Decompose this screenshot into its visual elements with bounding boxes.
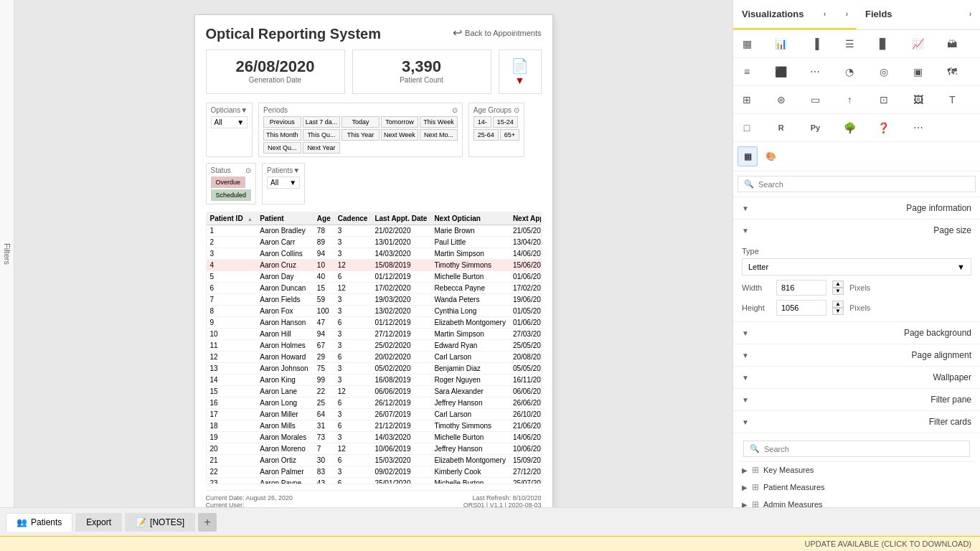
table-row[interactable]: 19Aaron Morales73314/03/2020Michelle Bur… [207,432,542,443]
opticians-select[interactable]: All ▼ [211,116,248,128]
table-row[interactable]: 16Aaron Long25626/12/2019Jeffrey Hanson2… [207,397,542,409]
filter-pane-header[interactable]: ▼ Filter pane [733,389,980,410]
tab-visualizations[interactable]: Visualizations ‹ › [733,0,857,29]
format-icon-table-active[interactable]: ▦ [738,146,758,166]
format-icon-paint[interactable]: 🎨 [760,146,781,166]
period-btn-previous[interactable]: Previous [263,116,301,128]
page-alignment-header[interactable]: ▼ Page alignment [733,344,980,366]
viz-icon-image[interactable]: 🖼 [909,90,928,109]
height-input[interactable] [776,300,826,316]
viz-icon-qna[interactable]: ❓ [875,118,893,137]
viz-icon-100bar[interactable]: ▊ [875,34,893,53]
table-row[interactable]: 14Aaron King99316/08/2019Roger Nguyen16/… [207,375,542,386]
type-dropdown[interactable]: Letter ▼ [742,258,971,276]
fields-search-wrapper[interactable]: 🔍 [743,441,970,457]
table-row[interactable]: 21Aaron Ortiz30615/03/2020Elizabeth Mont… [207,455,542,466]
period-btn-thismonth[interactable]: This Month [263,129,301,141]
table-row[interactable]: 8Aaron Fox100313/02/2020Cynthia Long01/0… [207,306,542,317]
table-row[interactable]: 18Aaron Mills31621/12/2019Timothy Simmon… [207,420,542,432]
field-group-header[interactable]: ▶ ⊞ Admin Measures [739,496,974,507]
tab-fields[interactable]: Fields › [857,0,980,29]
table-row[interactable]: 17Aaron Miller64326/07/2019Carl Larson26… [207,409,542,420]
viz-icon-python[interactable]: Py [806,118,824,137]
table-row[interactable]: 22Aaron Palmer83309/02/2019Kimberly Cook… [207,466,542,478]
age-btn-25-64[interactable]: 25-64 [473,129,499,141]
viz-icon-text[interactable]: T [943,90,961,109]
viz-icon-bar[interactable]: 📊 [772,34,791,53]
viz-icon-treemap[interactable]: ▣ [909,62,928,81]
add-tab-button[interactable]: + [198,513,217,532]
viz-icon-area[interactable]: 🏔 [943,34,961,53]
tab-export[interactable]: Export [75,513,122,532]
table-row[interactable]: 4Aaron Cruz101215/08/2019Timothy Simmons… [207,260,542,271]
patients-select[interactable]: All ▼ [267,176,300,189]
filter-cards-header[interactable]: ▼ Filter cards [733,411,980,433]
period-btn-thisqu[interactable]: This Qu... [303,129,341,141]
period-btn-thisyear[interactable]: This Year [341,129,380,141]
col-next-appt[interactable]: Next Appt. Date [509,212,542,225]
period-btn-last7[interactable]: Last 7 da... [303,116,341,128]
age-btn-under14[interactable]: 14- [473,116,491,128]
update-bar[interactable]: UPDATE AVAILABLE (CLICK TO DOWNLOAD) [0,536,980,551]
col-age[interactable]: Age [314,212,334,225]
viz-icon-r-script[interactable]: R [772,118,791,137]
col-next-optician[interactable]: Next Optician [430,212,509,225]
viz-icon-more[interactable]: ⋯ [909,118,928,137]
page-information-header[interactable]: ▼ Page information [733,197,980,219]
viz-search-input-wrapper[interactable]: 🔍 [738,176,976,192]
table-row[interactable]: 15Aaron Lane221206/06/2019Sara Alexander… [207,386,542,397]
period-btn-tomorrow[interactable]: Tomorrow [381,116,419,128]
viz-icon-line[interactable]: 📈 [909,34,928,53]
period-btn-nextweek[interactable]: Next Week [381,129,419,141]
table-row[interactable]: 3Aaron Collins94314/03/2020Martin Simpso… [207,248,542,260]
viz-icon-gauge[interactable]: ⊛ [772,90,791,109]
period-btn-thisweek[interactable]: This Week [420,116,458,128]
period-btn-nextmo[interactable]: Next Mo... [420,129,458,141]
table-row[interactable]: 6Aaron Duncan151217/02/2020Rebecca Payne… [207,283,542,294]
tab-patients[interactable]: 👥 Patients [6,513,72,532]
viz-icon-decomp[interactable]: 🌳 [840,118,859,137]
width-up-btn[interactable]: ▲ [832,281,844,288]
col-patient[interactable]: Patient [256,212,314,225]
viz-icon-donut[interactable]: ◎ [875,62,893,81]
field-group-header[interactable]: ▶ ⊞ Key Measures [739,462,974,478]
viz-icon-table[interactable]: ▦ [738,34,756,53]
wallpaper-header[interactable]: ▼ Wallpaper [733,367,980,388]
table-row[interactable]: 12Aaron Howard29620/02/2020Carl Larson20… [207,352,542,363]
width-input[interactable] [776,280,826,296]
fields-search-field[interactable] [764,445,963,453]
table-row[interactable]: 23Aaron Payne43625/01/2020Michelle Burto… [207,478,542,485]
data-table-container[interactable]: Patient ID ▲ Patient Age Cadence Last Ap… [206,212,542,484]
viz-icon-kpi[interactable]: ↑ [840,90,859,109]
viz-icon-slicer[interactable]: ⊡ [875,90,893,109]
viz-icon-map[interactable]: 🗺 [943,62,961,81]
field-group-header[interactable]: ▶ ⊞ Patient Measures [739,479,974,495]
table-row[interactable]: 13Aaron Johnson75305/02/2020Benjamin Dia… [207,363,542,375]
page-background-header[interactable]: ▼ Page background [733,322,980,344]
viz-search-field[interactable] [758,180,969,189]
col-cadence[interactable]: Cadence [334,212,372,225]
viz-icon-pie[interactable]: ◔ [840,62,859,81]
period-btn-nextqu[interactable]: Next Qu... [263,142,301,154]
viz-icon-custom[interactable] [943,118,961,137]
col-patient-id[interactable]: Patient ID ▲ [207,212,257,225]
table-row[interactable]: 5Aaron Day40601/12/2019Michelle Burton01… [207,271,542,283]
filters-panel[interactable]: Filters [0,0,14,507]
viz-icon-matrix[interactable]: ⊞ [738,90,756,109]
height-up-btn[interactable]: ▲ [832,301,844,308]
table-row[interactable]: 2Aaron Carr89313/01/2020Paul Little13/04… [207,237,542,248]
page-size-header[interactable]: ▼ Page size [733,220,980,241]
table-row[interactable]: 10Aaron Hill94327/12/2019Martin Simpson2… [207,329,542,340]
viz-icon-waterfall[interactable]: ⬛ [772,62,791,81]
width-down-btn[interactable]: ▼ [832,288,844,295]
height-down-btn[interactable]: ▼ [832,308,844,315]
table-row[interactable]: 9Aaron Hanson47601/12/2019Elizabeth Mont… [207,317,542,329]
status-btn-scheduled[interactable]: Scheduled [211,189,252,201]
table-row[interactable]: 20Aaron Moreno71210/06/2019Jeffrey Hanso… [207,443,542,455]
viz-icon-scatter[interactable]: ⋯ [806,62,824,81]
period-btn-today[interactable]: Today [341,116,380,128]
pdf-export-button[interactable]: 📄 ▼ [499,50,542,94]
table-row[interactable]: 11Aaron Holmes67325/02/2020Edward Ryan25… [207,340,542,352]
age-btn-15-24[interactable]: 15-24 [493,116,518,128]
table-row[interactable]: 7Aaron Fields59319/03/2020Wanda Peters19… [207,294,542,306]
